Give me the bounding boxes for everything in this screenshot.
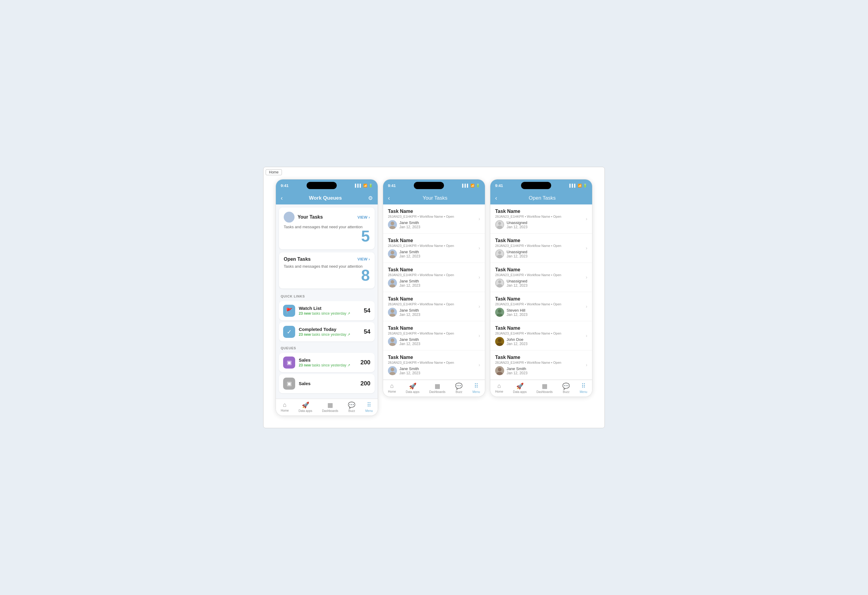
otask-assignee-info-4: Steven Hill Jan 12, 2023 bbox=[506, 308, 527, 317]
task-assignee-row-3: Jane Smith Jan 12, 2023 bbox=[388, 279, 475, 288]
task-chevron-1: › bbox=[478, 216, 480, 221]
home-nav-1[interactable]: ⌂ Home bbox=[281, 402, 289, 412]
otask-assignee-info-5: John Doe Jan 12, 2023 bbox=[506, 337, 527, 346]
sales-queue-2[interactable]: ▣ Sales 200 bbox=[279, 374, 375, 393]
otask-info-2: Task Name 28JAN23_E1HKPR • Workflow Name… bbox=[495, 238, 583, 258]
otask-item-4[interactable]: Task Name 28JAN23_E1HKPR • Workflow Name… bbox=[490, 292, 592, 321]
your-tasks-view-button[interactable]: VIEW › bbox=[357, 215, 370, 220]
menu-icon-1: ⠿ bbox=[367, 402, 371, 409]
back-button-3[interactable]: ‹ bbox=[495, 195, 497, 201]
task-item-2[interactable]: Task Name 28JAN23_E1HKPR • Workflow Name… bbox=[383, 234, 485, 263]
otask-assignee-row-1: Unassigned Jan 12, 2023 bbox=[495, 220, 583, 229]
wifi-icon: 📶 bbox=[363, 184, 368, 188]
completed-today-link[interactable]: ✓ Completed Today 23 new tasks since yes… bbox=[279, 322, 375, 341]
task-item-5[interactable]: Task Name 28JAN23_E1HKPR • Workflow Name… bbox=[383, 321, 485, 350]
bottom-nav-3: ⌂ Home 🚀 Data apps ▦ Dashboards 💬 Buzz ⠿ bbox=[490, 380, 592, 397]
bottom-nav-2: ⌂ Home 🚀 Data apps ▦ Dashboards 💬 Buzz ⠿ bbox=[383, 380, 485, 397]
dashboards-label-3: Dashboards bbox=[536, 390, 553, 394]
task-item-3[interactable]: Task Name 28JAN23_E1HKPR • Workflow Name… bbox=[383, 263, 485, 292]
otask-meta-6: 28JAN23_E1HKPR • Workflow Name • Open bbox=[495, 361, 583, 364]
task-assignee-row-5: Jane Smith Jan 12, 2023 bbox=[388, 337, 475, 346]
back-button-2[interactable]: ‹ bbox=[388, 195, 390, 201]
otask-name-5: Task Name bbox=[495, 325, 583, 331]
task-info-6: Task Name 28JAN23_E1HKPR • Workflow Name… bbox=[388, 355, 475, 375]
data-apps-nav-1[interactable]: 🚀 Data apps bbox=[298, 402, 312, 412]
buzz-nav-3[interactable]: 💬 Buzz bbox=[562, 382, 570, 394]
dashboards-nav-2[interactable]: ▦ Dashboards bbox=[429, 382, 446, 394]
watch-list-icon: 🚩 bbox=[283, 305, 295, 317]
menu-nav-2[interactable]: ⠿ Menu bbox=[472, 382, 480, 394]
otask-item-5[interactable]: Task Name 28JAN23_E1HKPR • Workflow Name… bbox=[490, 321, 592, 350]
otask-info-3: Task Name 28JAN23_E1HKPR • Workflow Name… bbox=[495, 267, 583, 288]
svg-point-4 bbox=[391, 251, 394, 254]
otask-item-6[interactable]: Task Name 28JAN23_E1HKPR • Workflow Name… bbox=[490, 350, 592, 380]
task-assignee-info-2: Jane Smith Jan 12, 2023 bbox=[399, 250, 420, 258]
task-assignee-info-4: Jane Smith Jan 12, 2023 bbox=[399, 308, 420, 317]
dashboards-nav-1[interactable]: ▦ Dashboards bbox=[322, 402, 338, 412]
svg-point-11 bbox=[390, 343, 396, 346]
data-apps-nav-2[interactable]: 🚀 Data apps bbox=[406, 382, 419, 394]
otask-item-2[interactable]: Task Name 28JAN23_E1HKPR • Workflow Name… bbox=[490, 234, 592, 263]
status-bar-2: 9:41 ▌▌▌ 📶 🔋 bbox=[383, 179, 485, 192]
data-apps-nav-3[interactable]: 🚀 Data apps bbox=[513, 382, 527, 394]
data-apps-label-2: Data apps bbox=[406, 390, 419, 394]
data-apps-icon-1: 🚀 bbox=[302, 402, 309, 409]
gear-icon-1[interactable]: ⚙ bbox=[368, 195, 373, 201]
menu-label-1: Menu bbox=[365, 409, 373, 412]
task-item-6[interactable]: Task Name 28JAN23_E1HKPR • Workflow Name… bbox=[383, 350, 485, 380]
otask-chevron-1: › bbox=[586, 216, 587, 221]
task-assignee-row-1: Jane Smith Jan 12, 2023 bbox=[388, 220, 475, 229]
otask-meta-4: 28JAN23_E1HKPR • Workflow Name • Open bbox=[495, 302, 583, 306]
task-assignee-info-1: Jane Smith Jan 12, 2023 bbox=[399, 220, 420, 229]
svg-point-26 bbox=[497, 343, 503, 346]
nav-bar-2: ‹ Your Tasks bbox=[383, 192, 485, 204]
home-nav-2[interactable]: ⌂ Home bbox=[388, 382, 396, 394]
menu-nav-1[interactable]: ⠿ Menu bbox=[365, 402, 373, 412]
home-nav-3[interactable]: ⌂ Home bbox=[495, 382, 503, 394]
otask-name-2: Task Name bbox=[495, 238, 583, 243]
otask-item-1[interactable]: Task Name 28JAN23_E1HKPR • Workflow Name… bbox=[490, 204, 592, 234]
watch-list-link[interactable]: 🚩 Watch List 23 new tasks since yesterda… bbox=[279, 301, 375, 320]
otask-assignee-name-3: Unassigned bbox=[506, 279, 527, 283]
sales-queue-2-name: Sales bbox=[299, 381, 357, 386]
svg-point-25 bbox=[498, 338, 502, 342]
otask-name-3: Task Name bbox=[495, 267, 583, 273]
sales-queue-2-info: Sales bbox=[299, 381, 357, 386]
task-date-4: Jan 12, 2023 bbox=[399, 313, 420, 317]
buzz-nav-1[interactable]: 💬 Buzz bbox=[348, 402, 356, 412]
otask-chevron-6: › bbox=[586, 362, 587, 368]
status-time-3: 9:41 bbox=[495, 183, 503, 188]
back-button-1[interactable]: ‹ bbox=[281, 195, 283, 201]
task-name-1: Task Name bbox=[388, 209, 475, 214]
status-icons-1: ▌▌▌ 📶 🔋 bbox=[355, 184, 373, 188]
otask-assignee-info-1: Unassigned Jan 12, 2023 bbox=[506, 220, 527, 229]
buzz-nav-2[interactable]: 💬 Buzz bbox=[455, 382, 463, 394]
menu-nav-3[interactable]: ⠿ Menu bbox=[580, 382, 587, 394]
task-item-4[interactable]: Task Name 28JAN23_E1HKPR • Workflow Name… bbox=[383, 292, 485, 321]
otask-assignee-row-4: Steven Hill Jan 12, 2023 bbox=[495, 308, 583, 317]
open-tasks-content: Task Name 28JAN23_E1HKPR • Workflow Name… bbox=[490, 204, 592, 380]
status-bar-3: 9:41 ▌▌▌ 📶 🔋 bbox=[490, 179, 592, 192]
sales-queue-1[interactable]: ▣ Sales 23 new tasks since yesterday ↗ 2… bbox=[279, 353, 375, 372]
menu-label-2: Menu bbox=[472, 390, 480, 394]
task-info-2: Task Name 28JAN23_E1HKPR • Workflow Name… bbox=[388, 238, 475, 258]
quick-links-label: QUICK LINKS bbox=[276, 291, 378, 299]
task-info-5: Task Name 28JAN23_E1HKPR • Workflow Name… bbox=[388, 325, 475, 346]
dashboards-nav-3[interactable]: ▦ Dashboards bbox=[536, 382, 553, 394]
svg-point-16 bbox=[497, 226, 502, 229]
svg-point-27 bbox=[498, 368, 502, 371]
home-icon-2: ⌂ bbox=[390, 382, 394, 389]
task-assignee-row-6: Jane Smith Jan 12, 2023 bbox=[388, 366, 475, 375]
svg-point-5 bbox=[390, 255, 396, 258]
task-avatar-5 bbox=[388, 337, 397, 346]
otask-item-3[interactable]: Task Name 28JAN23_E1HKPR • Workflow Name… bbox=[490, 263, 592, 292]
task-item-1[interactable]: Task Name 28JAN23_E1HKPR • Workflow Name… bbox=[383, 204, 485, 234]
open-tasks-view-button[interactable]: VIEW › bbox=[357, 257, 370, 261]
work-queues-content: Your Tasks VIEW › Tasks and messages tha… bbox=[276, 204, 378, 399]
task-date-1: Jan 12, 2023 bbox=[399, 225, 420, 229]
task-avatar-1 bbox=[388, 220, 397, 229]
open-tasks-subtitle: Tasks and messages that need your attent… bbox=[284, 264, 370, 269]
task-name-2: Task Name bbox=[388, 238, 475, 243]
task-assignee-info-5: Jane Smith Jan 12, 2023 bbox=[399, 337, 420, 346]
otask-name-4: Task Name bbox=[495, 296, 583, 302]
